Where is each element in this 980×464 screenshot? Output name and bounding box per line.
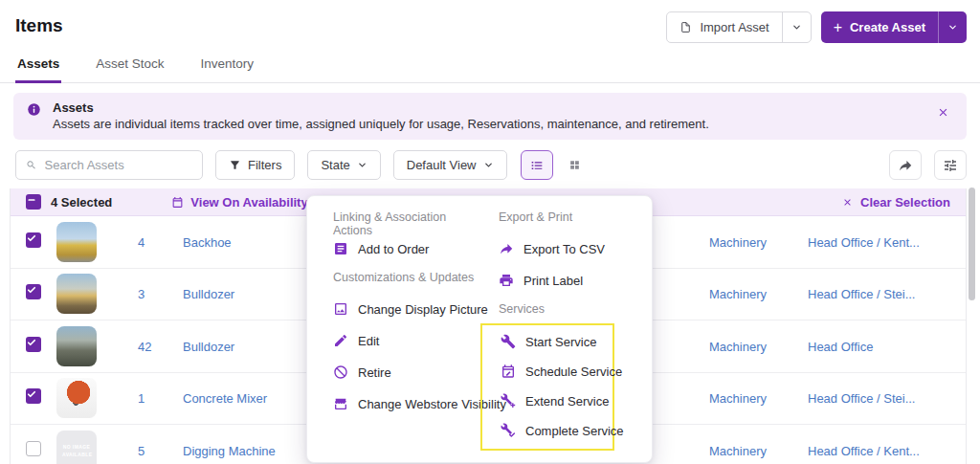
menu-item-label: Edit	[358, 334, 379, 348]
clear-selection-button[interactable]: Clear Selection	[842, 195, 950, 210]
asset-id-link[interactable]: 1	[138, 391, 145, 406]
services-highlight-box: Start ServiceSchedule ServiceExtend Serv…	[480, 323, 614, 451]
menu-section-header-services: Services	[499, 302, 652, 318]
asset-thumbnail[interactable]	[56, 274, 97, 314]
wrench-plus-icon	[501, 393, 516, 409]
menu-item-label: Retire	[358, 365, 391, 380]
table-settings-button[interactable]	[934, 150, 967, 180]
asset-id-link[interactable]: 4	[138, 235, 145, 250]
import-asset-label: Import Asset	[700, 20, 768, 34]
asset-name-link[interactable]: Backhoe	[183, 235, 232, 250]
grid-view-icon	[568, 159, 581, 171]
pencil-icon	[333, 333, 348, 348]
import-asset-dropdown-toggle[interactable]	[782, 12, 811, 42]
asset-group-link[interactable]: Machinery	[709, 287, 767, 301]
no-image-placeholder-text: NO IMAGE AVAILABLE	[62, 443, 91, 458]
asset-checkbox[interactable]	[26, 337, 41, 352]
tabs: Assets Asset Stock Inventory	[0, 43, 980, 83]
asset-thumbnail[interactable]: NO IMAGE AVAILABLE	[56, 431, 97, 464]
asset-location-link[interactable]: Head Office / Stei...	[808, 287, 915, 301]
share-button[interactable]	[889, 150, 922, 180]
select-all-checkbox[interactable]	[26, 194, 41, 210]
wrench-check-icon	[501, 423, 516, 438]
asset-checkbox[interactable]	[26, 388, 41, 404]
asset-location-link[interactable]: Head Office / Kent...	[808, 444, 920, 458]
menu-item-change-display-picture[interactable]: Change Display Picture	[333, 300, 480, 318]
asset-group-link[interactable]: Machinery	[709, 340, 767, 354]
asset-name-link[interactable]: Bulldozer	[183, 287, 234, 301]
menu-item-retire[interactable]: Retire	[333, 364, 480, 381]
menu-item-label: Change Display Picture	[358, 302, 488, 317]
asset-thumbnail[interactable]	[56, 222, 97, 262]
menu-item-complete-service[interactable]: Complete Service	[501, 422, 612, 439]
printer-icon	[499, 273, 514, 288]
banner-title: Assets	[53, 100, 933, 115]
assets-info-banner: Assets Assets are individual items track…	[13, 93, 967, 140]
menu-item-print-label[interactable]: Print Label	[499, 272, 652, 289]
clear-selection-label: Clear Selection	[860, 195, 950, 210]
funnel-icon	[229, 159, 241, 171]
share-arrow-icon	[499, 241, 514, 256]
picture-icon	[333, 301, 348, 317]
import-asset-button[interactable]: Import Asset	[666, 11, 811, 43]
create-asset-label: Create Asset	[850, 20, 925, 34]
menu-item-start-service[interactable]: Start Service	[501, 333, 612, 350]
search-icon	[26, 159, 37, 171]
asset-name-link[interactable]: Digging Machine	[183, 444, 276, 458]
asset-thumbnail[interactable]	[56, 326, 97, 366]
asset-id-link[interactable]: 42	[138, 340, 151, 354]
banner-text: Assets Assets are individual items track…	[53, 100, 933, 131]
page-title: Items	[15, 11, 63, 36]
menu-item-edit[interactable]: Edit	[333, 332, 480, 349]
storefront-icon	[333, 396, 348, 411]
vertical-scrollbar[interactable]	[969, 188, 975, 300]
asset-name-link[interactable]: Bulldozer	[183, 340, 234, 354]
asset-group-link[interactable]: Machinery	[709, 444, 767, 458]
asset-thumbnail[interactable]	[56, 378, 97, 418]
create-asset-button[interactable]: + Create Asset	[821, 11, 967, 43]
asset-checkbox[interactable]	[26, 284, 41, 299]
banner-close-button[interactable]	[933, 102, 953, 125]
ban-icon	[333, 365, 348, 380]
asset-group-link[interactable]: Machinery	[709, 235, 767, 250]
asset-location-link[interactable]: Head Office / Stei...	[808, 391, 915, 406]
page-header: Items Import Asset + Create Asset	[0, 0, 980, 43]
asset-name-link[interactable]: Concrete Mixer	[183, 391, 267, 406]
asset-location-link[interactable]: Head Office	[808, 340, 873, 354]
asset-group-link[interactable]: Machinery	[709, 391, 767, 406]
menu-item-schedule-service[interactable]: Schedule Service	[501, 363, 612, 380]
tab-assets[interactable]: Assets	[15, 56, 61, 83]
plus-icon: +	[834, 20, 842, 35]
menu-item-export-to-csv[interactable]: Export To CSV	[499, 240, 652, 257]
asset-id-link[interactable]: 3	[138, 287, 145, 301]
filters-button[interactable]: Filters	[215, 150, 295, 180]
tab-asset-stock[interactable]: Asset Stock	[94, 56, 166, 82]
grid-view-button[interactable]	[559, 150, 591, 180]
indeterminate-dash-icon	[26, 194, 41, 210]
menu-item-label: Start Service	[525, 335, 596, 349]
asset-checkbox[interactable]	[26, 441, 41, 456]
default-view-dropdown[interactable]: Default View	[393, 150, 507, 180]
asset-checkbox[interactable]	[26, 232, 41, 248]
more-dropdown-menu: Linking & Association ActionsAdd to Orde…	[306, 195, 653, 463]
check-icon	[26, 388, 41, 404]
chevron-down-icon	[947, 22, 958, 33]
check-icon	[26, 284, 41, 299]
info-icon	[27, 102, 41, 117]
menu-item-label: Complete Service	[525, 424, 624, 438]
list-view-icon	[529, 158, 545, 173]
state-dropdown[interactable]: State	[307, 150, 380, 180]
list-view-button[interactable]	[521, 150, 553, 180]
menu-item-change-webstore-visibility[interactable]: Change Webstore Visibility	[333, 395, 480, 412]
asset-id-link[interactable]: 5	[138, 444, 145, 458]
menu-column-1: Export & PrintExport To CSVPrint LabelSe…	[480, 196, 652, 451]
create-asset-dropdown-toggle[interactable]	[938, 11, 967, 43]
selected-count: 4 Selected	[51, 195, 112, 210]
search-input[interactable]	[45, 158, 192, 172]
menu-item-extend-service[interactable]: Extend Service	[501, 392, 612, 409]
asset-location-link[interactable]: Head Office / Kent...	[808, 235, 920, 250]
menu-item-add-to-order[interactable]: Add to Order	[333, 240, 480, 257]
chevron-down-icon	[357, 160, 368, 170]
tab-inventory[interactable]: Inventory	[199, 56, 256, 82]
menu-item-label: Add to Order	[358, 242, 429, 256]
